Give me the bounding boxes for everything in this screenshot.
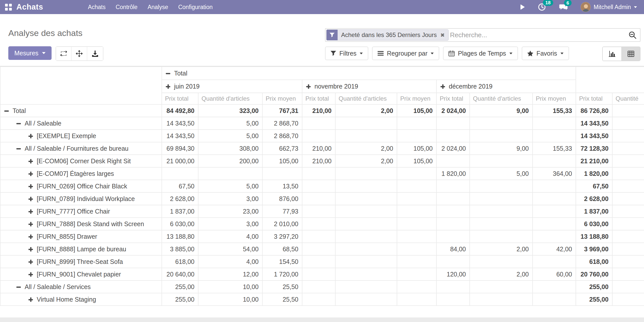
row-header-furn-7777-office-chair[interactable]: [FURN_7777] Office Chair xyxy=(0,205,162,218)
search-bar[interactable]: Acheté dans les 365 Derniers Jours ✖ xyxy=(325,28,640,42)
row-header-e-com06-corner-desk-right-sit[interactable]: [E-COM06] Corner Desk Right Sit xyxy=(0,155,162,167)
pivot-cell xyxy=(533,155,576,167)
pivot-cell xyxy=(533,218,576,230)
favoris-button[interactable]: Favoris xyxy=(522,47,569,60)
pivot-corner-cell xyxy=(0,67,162,104)
view-bar-chart-button[interactable] xyxy=(603,47,621,61)
col-header-total[interactable]: Total xyxy=(162,67,576,80)
measure-header-quantite-d-articles[interactable]: Quantité d'articles xyxy=(198,93,262,104)
pivot-cell: 323,00 xyxy=(198,104,262,117)
pivot-cell xyxy=(533,192,576,205)
measure-header-prix-moyen[interactable]: Prix moyen xyxy=(397,93,436,104)
measure-header-prix-total[interactable]: Prix total xyxy=(302,93,335,104)
row-header-label: [FURN_8888] Lampe de bureau xyxy=(37,246,126,253)
row-header-all-saleable-fournitures-de-bureau[interactable]: All / Saleable / Fournitures de bureau xyxy=(0,142,162,155)
app-brand[interactable]: Achats xyxy=(16,3,43,12)
row-header-exemple-exemple[interactable]: [EXEMPLE] Exemple xyxy=(0,130,162,142)
row-header-all-saleable-services[interactable]: All / Saleable / Services xyxy=(0,280,162,293)
pivot-cell xyxy=(397,117,436,130)
pivot-cell: 23,00 xyxy=(198,205,262,218)
row-header-label: [FURN_8855] Drawer xyxy=(37,233,97,240)
apps-menu-icon[interactable] xyxy=(5,4,12,11)
activities-button[interactable]: 18 xyxy=(538,3,546,11)
pivot-cell xyxy=(335,243,397,255)
filter-facet[interactable]: Acheté dans les 365 Derniers Jours ✖ xyxy=(326,29,449,41)
pivot-cell xyxy=(612,117,644,130)
pivot-cell: 200,00 xyxy=(198,155,262,167)
pivot-cell: 154,50 xyxy=(262,255,302,268)
measure-header-prix-moyen[interactable]: Prix moyen xyxy=(533,93,576,104)
search-input[interactable] xyxy=(450,31,628,39)
plus-icon xyxy=(28,222,33,227)
pivot-cell xyxy=(470,255,533,268)
pivot-cell xyxy=(335,230,397,243)
col-group-novembre-2019[interactable]: novembre 2019 xyxy=(302,80,436,93)
chevron-down-icon xyxy=(560,53,564,54)
measure-header-prix-total[interactable]: Prix total xyxy=(436,93,470,104)
col-group-decembre-2019[interactable]: décembre 2019 xyxy=(436,80,576,93)
pivot-row: [FURN_8999] Three-Seat Sofa618,004,00154… xyxy=(0,255,644,268)
pivot-cell: 14 343,50 xyxy=(576,117,612,130)
row-header-furn-8888-lampe-de-bureau[interactable]: [FURN_8888] Lampe de bureau xyxy=(0,243,162,255)
row-header-label: [FURN_7888] Desk Stand with Screen xyxy=(37,220,144,227)
view-pivot-button[interactable] xyxy=(621,47,640,61)
pivot-cell xyxy=(397,268,436,280)
row-header-e-com07-etageres-larges[interactable]: [E-COM07] Étagères larges xyxy=(0,167,162,180)
plages-de-temps-button[interactable]: Plages de Temps xyxy=(443,47,518,60)
row-header-furn-8855-drawer[interactable]: [FURN_8855] Drawer xyxy=(0,230,162,243)
measure-header-prix-total[interactable]: Prix total xyxy=(162,93,198,104)
row-header-furn-8999-three-seat-sofa[interactable]: [FURN_8999] Three-Seat Sofa xyxy=(0,255,162,268)
user-menu[interactable]: Mitchell Admin xyxy=(581,2,637,12)
download-button[interactable] xyxy=(87,47,103,60)
row-header-total[interactable]: Total xyxy=(0,104,162,117)
expand-all-button[interactable] xyxy=(72,47,87,60)
pivot-cell: 1 720,00 xyxy=(262,268,302,280)
play-button[interactable] xyxy=(520,4,525,10)
menu-achats[interactable]: Achats xyxy=(88,4,105,11)
chevron-down-icon xyxy=(360,53,363,54)
pivot-cell: 210,00 xyxy=(302,142,335,155)
menu-configuration[interactable]: Configuration xyxy=(178,4,213,11)
flip-axis-button[interactable] xyxy=(56,47,72,60)
pivot-cell: 42,00 xyxy=(533,243,576,255)
row-header-furn-0789-individual-workplace[interactable]: [FURN_0789] Individual Workplace xyxy=(0,192,162,205)
pivot-cell xyxy=(335,280,397,293)
pivot-body: Total84 492,80323,00767,31210,002,00105,… xyxy=(0,104,644,306)
search-options-icon[interactable] xyxy=(628,31,636,39)
pivot-cell: 68,50 xyxy=(262,243,302,255)
pivot-cell xyxy=(470,130,533,142)
pivot-cell: 2 868,70 xyxy=(262,130,302,142)
messages-button[interactable]: 6 xyxy=(559,3,568,11)
pivot-cell: 13 188,80 xyxy=(162,230,198,243)
pivot-cell: 364,00 xyxy=(533,167,576,180)
filtres-button[interactable]: Filtres xyxy=(325,47,368,60)
pivot-cell xyxy=(302,293,335,306)
row-header-furn-7888-desk-stand-with-screen[interactable]: [FURN_7888] Desk Stand with Screen xyxy=(0,218,162,230)
measures-button[interactable]: Mesures xyxy=(8,46,52,60)
regrouper-par-button[interactable]: Regrouper par xyxy=(372,47,439,60)
pivot-cell xyxy=(397,205,436,218)
pivot-cell: 210,00 xyxy=(302,155,335,167)
menu-controle[interactable]: Contrôle xyxy=(116,4,138,11)
col-group-juin-2019[interactable]: juin 2019 xyxy=(162,80,302,93)
horizontal-scrollbar[interactable] xyxy=(0,317,644,322)
pivot-cell xyxy=(612,180,644,192)
menu-analyse[interactable]: Analyse xyxy=(148,4,168,11)
total-measure-header-quantite[interactable]: Quantité xyxy=(612,93,644,104)
pivot-cell: 13,50 xyxy=(262,180,302,192)
measure-header-prix-moyen[interactable]: Prix moyen xyxy=(262,93,302,104)
row-header-virtual-home-staging[interactable]: Virtual Home Staging xyxy=(0,293,162,306)
measure-header-quantite-d-articles[interactable]: Quantité d'articles xyxy=(470,93,533,104)
row-header-all-saleable[interactable]: All / Saleable xyxy=(0,117,162,130)
pivot-icon-group xyxy=(56,46,103,61)
pivot-cell: 105,00 xyxy=(262,155,302,167)
pivot-cell xyxy=(262,167,302,180)
filter-buttons: FiltresRegrouper parPlages de TempsFavor… xyxy=(325,47,569,60)
navbar-right: 18 6 Mitche xyxy=(520,2,637,12)
facet-remove-icon[interactable]: ✖ xyxy=(440,32,445,38)
row-header-furn-0269-office-chair-black[interactable]: [FURN_0269] Office Chair Black xyxy=(0,180,162,192)
pivot-cell: 2 628,00 xyxy=(162,192,198,205)
measure-header-quantite-d-articles[interactable]: Quantité d'articles xyxy=(335,93,397,104)
total-measure-header-prix-total[interactable]: Prix total xyxy=(576,93,612,104)
row-header-furn-9001-chevalet-papier[interactable]: [FURN_9001] Chevalet papier xyxy=(0,268,162,280)
